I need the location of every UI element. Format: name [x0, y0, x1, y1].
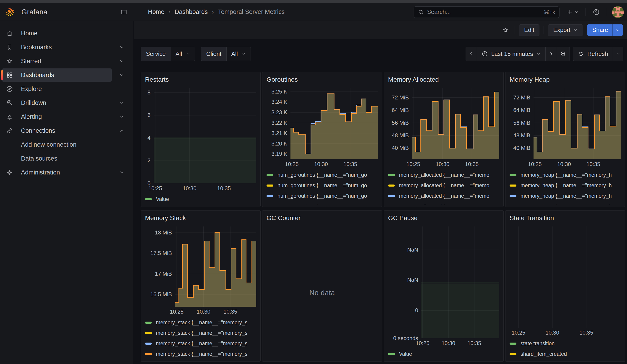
panel-title[interactable]: Goroutines [266, 75, 378, 84]
legend-label: memory_stack {__name__="memory_s [156, 319, 256, 326]
link-icon [6, 127, 13, 134]
chevron-down-icon[interactable] [117, 169, 127, 176]
panel-legend: num_goroutines {__name__="num_gonum_goro… [266, 168, 378, 204]
help-button[interactable] [591, 7, 602, 18]
y-tick-label: 48 MiB [392, 132, 409, 139]
chevron-down-icon [536, 52, 541, 56]
sidebar-item-data-sources[interactable]: Data sources [2, 152, 131, 165]
chart-area[interactable]: 72 MiB64 MiB56 MiB48 MiB40 MiB [510, 88, 621, 159]
chevron-down-icon[interactable] [117, 72, 127, 78]
sidebar-item-drilldown[interactable]: Drilldown [2, 96, 131, 109]
legend-item[interactable]: memory_allocated {__name__="memo [388, 201, 499, 204]
legend-label: memory_stack {__name__="memory_s [156, 341, 256, 347]
legend-item[interactable]: num_goroutines {__name__="num_go [266, 170, 378, 180]
x-tick-label: 10:30 [557, 161, 571, 167]
legend-item[interactable]: memory_stack {__name__="memory_s [145, 328, 256, 338]
add-new-button[interactable] [565, 7, 580, 17]
panel-title[interactable]: Restarts [145, 75, 256, 84]
y-tick-label: 17 MiB [155, 271, 172, 277]
legend-item[interactable]: memory_stack {__name__="memory_s [145, 338, 256, 349]
legend-color-swatch [510, 185, 517, 187]
legend-item[interactable]: memory_heap {__name__="memory_h [510, 170, 621, 180]
legend-item[interactable]: Value [388, 349, 499, 359]
chart-area[interactable]: 18 MiB17.5 MiB17 MiB16.5 MiB [145, 226, 256, 307]
refresh-button[interactable]: Refresh [573, 47, 613, 61]
legend-item[interactable]: memory_stack {__name__="memory_s [145, 349, 256, 359]
breadcrumb-home[interactable]: Home [148, 8, 164, 15]
legend-item[interactable]: memory_allocated {__name__="memo [388, 170, 499, 180]
legend-item[interactable]: memory_allocated {__name__="memo [388, 180, 499, 191]
legend-item[interactable]: memory_allocated {__name__="memo [388, 191, 499, 201]
chart-area[interactable]: 3.25 K3.24 K3.23 K3.22 K3.21 K3.20 K3.19… [266, 88, 378, 159]
toolbar-divider [515, 26, 515, 34]
zoom-out-button[interactable] [557, 47, 570, 61]
y-tick-label: 48 MiB [513, 132, 530, 139]
legend-color-swatch [266, 185, 273, 187]
legend-item[interactable]: memory_heap {__name__="memory_h [510, 191, 621, 201]
y-tick-label: 6 [148, 112, 151, 118]
time-shift-back-button[interactable] [466, 47, 477, 61]
service-filter-label: Service [141, 47, 171, 61]
chevron-down-icon[interactable] [117, 44, 127, 51]
panel-title[interactable]: GC Counter [266, 214, 378, 222]
chart-area[interactable]: 86420 [145, 88, 256, 183]
search-box[interactable]: ⌘+k [414, 6, 560, 18]
legend-item[interactable]: num_goroutines {__name__="num_go [266, 191, 378, 201]
share-split-button: Share [587, 24, 623, 36]
client-filter-value[interactable]: All [226, 47, 251, 61]
legend-item[interactable]: memory_heap {__name__="memory_h [510, 180, 621, 191]
time-range-picker[interactable]: Last 15 minutes [477, 47, 546, 61]
panel-title[interactable]: GC Pause [388, 214, 499, 222]
share-menu-caret[interactable] [612, 24, 623, 36]
legend-item[interactable]: shard_item_created [510, 349, 621, 359]
chart-area[interactable]: 72 MiB64 MiB56 MiB48 MiB40 MiB [388, 88, 499, 159]
sidebar-item-administration[interactable]: Administration [2, 166, 131, 179]
legend-label: state transition [521, 341, 621, 347]
chevron-down-icon[interactable] [117, 113, 127, 120]
breadcrumb-dashboards[interactable]: Dashboards [175, 8, 208, 15]
x-tick-label: 10:30 [436, 161, 449, 167]
grafana-logo-icon [5, 7, 15, 17]
panel-title[interactable]: Memory Heap [510, 75, 621, 84]
share-button[interactable]: Share [587, 24, 612, 36]
sidebar-item-explore[interactable]: Explore [2, 82, 131, 96]
legend-item[interactable]: num_goroutines {__name__="num_go [266, 201, 378, 204]
chart-area[interactable] [510, 226, 621, 328]
chart-area[interactable]: NaNNaN00 seconds [388, 226, 499, 338]
x-tick-label: 10:30 [197, 309, 210, 315]
sidebar-item-bookmarks[interactable]: Bookmarks [2, 41, 131, 54]
chevron-right-icon [549, 51, 554, 56]
apps-icon [6, 71, 13, 79]
service-filter-value[interactable]: All [171, 47, 195, 61]
sidebar-item-connections[interactable]: Connections [2, 124, 131, 137]
chevron-down-icon[interactable] [117, 58, 127, 64]
export-button[interactable]: Export [548, 24, 583, 36]
chevron-down-icon[interactable] [117, 100, 127, 106]
panel-title[interactable]: State Transition [510, 214, 621, 222]
edit-button[interactable]: Edit [519, 24, 540, 36]
refresh-interval-caret[interactable] [613, 47, 623, 61]
search-input[interactable] [427, 8, 541, 15]
y-tick-label: 3.22 K [271, 120, 287, 126]
user-avatar[interactable] [612, 6, 624, 18]
sidebar-item-dashboards[interactable]: Dashboards [2, 68, 112, 82]
panel-title[interactable]: Memory Allocated [388, 75, 499, 84]
dock-sidebar-button[interactable] [119, 7, 129, 17]
legend-label: memory_allocated {__name__="memo [399, 193, 499, 199]
chevron-up-icon[interactable] [117, 127, 127, 134]
sidebar-item-add-new-connection[interactable]: Add new connection [2, 138, 131, 151]
legend-item[interactable]: Value [145, 194, 256, 204]
favorite-star-button[interactable] [500, 25, 511, 35]
legend-item[interactable]: state transition [510, 338, 621, 349]
legend-item[interactable]: memory_heap {__name__="memory_h [510, 201, 621, 204]
legend-item[interactable]: memory_stack {__name__="memory_s [145, 317, 256, 328]
window-top-strip [0, 0, 627, 3]
star-icon [6, 57, 13, 65]
sidebar-item-alerting[interactable]: Alerting [2, 110, 131, 123]
sidebar-item-starred[interactable]: Starred [2, 54, 131, 68]
time-shift-forward-button[interactable] [546, 47, 557, 61]
legend-item[interactable]: num_goroutines {__name__="num_go [266, 180, 378, 191]
panel-title[interactable]: Memory Stack [145, 214, 256, 222]
y-tick-label: 3.25 K [271, 89, 287, 95]
sidebar-item-home[interactable]: Home [2, 27, 131, 40]
